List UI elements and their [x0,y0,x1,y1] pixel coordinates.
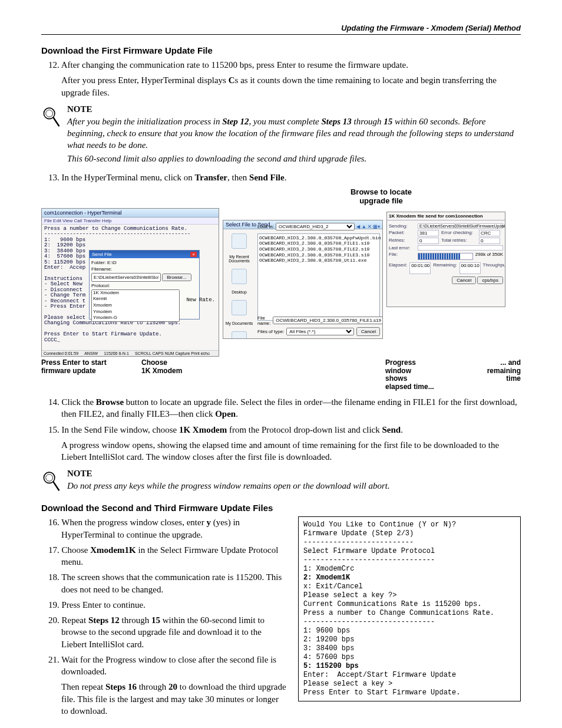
lasterr-label: Last error: [389,245,415,251]
step-13-num: 13. [48,173,59,182]
fig-lbl-d3: time [506,374,521,383]
note2-text: Do not press any keys while the progress… [67,480,521,492]
remain-label: Remaining: [433,262,457,274]
step-21-num: 21. [48,655,59,664]
step-12-num: 12. [48,60,59,70]
close-icon[interactable]: × [190,252,197,257]
fig-lbl-b2: 1K Xmodem [141,367,182,375]
place-recent[interactable]: My Recent Documents [229,255,249,263]
packet-val: 381 [418,230,439,236]
note1-p1: After you begin the initialization proce… [67,116,521,151]
section2-heading: Download the Second and Third Firmware U… [41,503,521,513]
places-sidebar[interactable]: My Recent Documents Desktop My Documents… [224,233,254,339]
file-label: File: [389,252,415,261]
status-rate: 115200 8-N-1 [104,351,129,355]
documents-icon [232,300,247,315]
file-item[interactable]: OCWEBCARD_HID3_2.308.0_035780_FILE3.s19 [259,252,378,258]
totret-val: 0 [479,238,500,244]
folder-icon [232,233,247,249]
step-21: 21. Wait for the Progress window to clos… [61,654,287,678]
protocol-select[interactable]: 1K Xmodem Kermit Xmodem Ymodem Ymodem-G … [91,289,180,322]
elapsed-label: Elapsed: [389,262,407,274]
send-file-dialog: Send File× Folder: E:\D Filename: Browse… [89,250,200,319]
step-18: 18. The screen shows that the communicat… [61,571,287,595]
svg-point-0 [44,108,54,118]
status-connected: Connected 0:01:59 [44,351,78,355]
note2-head: NOTE [67,469,521,479]
place-docs[interactable]: My Documents [226,321,253,325]
desktop-icon [232,269,247,284]
step-17-num: 17. [48,545,59,555]
fig-lbl-c3: shows [385,374,407,383]
svg-line-5 [53,482,59,490]
lookin-select[interactable]: OCWEBCARD_HID3_2 [276,223,355,230]
err-val: CRC [479,230,500,236]
step-15-num: 15. [48,425,59,434]
computer-icon [232,331,247,339]
step-20: 20. Repeat Steps 12 through 15 within th… [61,614,287,650]
step-13: 13. In the HyperTerminal menu, click on … [61,172,521,183]
cancel-button[interactable]: Cancel [356,327,380,336]
file-item[interactable]: OCWEBCARD_HID3_2.308.0_035780_FILE2.s19 [259,246,378,252]
filetype-combo[interactable]: All Files (*.*) [286,328,354,335]
step-16-num: 16. [48,518,59,527]
step-15-cont: A progress window opens, showing the ela… [61,439,521,463]
filename-input[interactable] [91,273,161,282]
select-file-dialog: Select File to Send Look in: OCWEBCARD_H… [223,220,383,339]
status-term: ANSIW [84,351,98,355]
err-label: Error checking: [441,230,477,236]
magnifier-icon [41,469,62,497]
fig-top-l1: Browse to locate [351,187,412,196]
retries-label: Retries: [389,238,415,244]
nav-icons[interactable]: ◀ ▲ ✕ ▦▾ [356,224,380,229]
step-12-cont: After you press Enter, HyperTerminal dis… [61,74,521,98]
file-val: 298k of 350K [475,252,503,261]
file-item[interactable]: OCWEBCARD_HID3_2.308.0_035780_AppFwUpdt.… [259,235,381,241]
progress-cancel-button[interactable]: Cancel [452,276,476,284]
figure-screenshots: Browse to locate upgrade file com1connec… [41,188,521,391]
progress-cps-button[interactable]: cps/bps [477,276,503,284]
ht-statusbar: Connected 0:01:59 ANSIW 115200 8-N-1 SCR… [42,350,219,356]
totret-label: Total retries: [441,238,477,244]
step-15: 15. In the Send File window, choose 1K X… [61,424,521,436]
step-20-num: 20. [48,615,59,625]
step-19: 19. Press Enter to continue. [61,599,287,611]
step-14: 14. Click the Browse button to locate an… [61,396,521,420]
step-16: 16. When the progress window closes, ent… [61,516,287,541]
fig-lbl-d1: ... and [500,358,521,367]
page-header: Updating the Firmware - Xmodem (Serial) … [41,24,521,35]
file-item[interactable]: OCWEBCARD_HID3_2.308.0_035780_Util.exe [259,258,378,263]
browse-button[interactable]: Browse... [162,274,191,281]
step-18-num: 18. [48,572,59,582]
fig-lbl-c2: window [385,367,411,375]
ht-menubar[interactable]: File Edit View Call Transfer Help [42,218,219,225]
step-18-text: The screen shows that the communication … [61,572,282,594]
magnifier-icon [41,104,62,130]
filename-combo[interactable]: OCWEBCARD_HID3_2.308.0_035780_FILE1.s19 [273,317,383,324]
filename-label: Filename: [91,266,112,272]
step-19-text: Press Enter to continue. [62,600,146,610]
step-19-num: 19. [48,600,59,610]
step-21-cont: Then repeat Steps 16 through 20 to downl… [61,681,287,717]
file-item[interactable]: OCWEBCARD_HID3_2.308.0_035780_FILE1.s19 [259,241,378,246]
fig-lbl-d2: remaining [487,367,521,375]
thru-label: Throughput: [483,262,505,274]
status-flags: SCROLL CAPS NUM Capture Print echo [135,351,210,355]
filename-label2: File name: [257,315,270,326]
svg-point-4 [46,475,53,482]
hyperterminal-window: com1connection - HyperTerminal File Edit… [41,208,219,357]
filetype-label: Files of type: [257,329,284,334]
sending-val: E:\DLiebertServers03\IntelliSlotFirmware… [418,223,503,229]
progress-bar [418,253,473,260]
step-17: 17. Choose Xmodem1K in the Select Firmwa… [61,544,287,568]
lasterr-val [418,245,503,251]
remain-val: 00:00:10 [459,262,481,274]
place-desktop[interactable]: Desktop [232,290,247,294]
fig-lbl-b1: Choose [141,358,167,367]
fig-lbl-a1: Press Enter to start [41,358,107,367]
file-list[interactable]: OCWEBCARD_HID3_2.308.0_035780_AppFwUpdt.… [257,233,380,321]
note1-head: NOTE [67,104,521,114]
step-14-num: 14. [48,397,59,407]
note1-p2: This 60-second limit also applies to dow… [67,153,521,164]
sending-label: Sending: [389,223,415,229]
